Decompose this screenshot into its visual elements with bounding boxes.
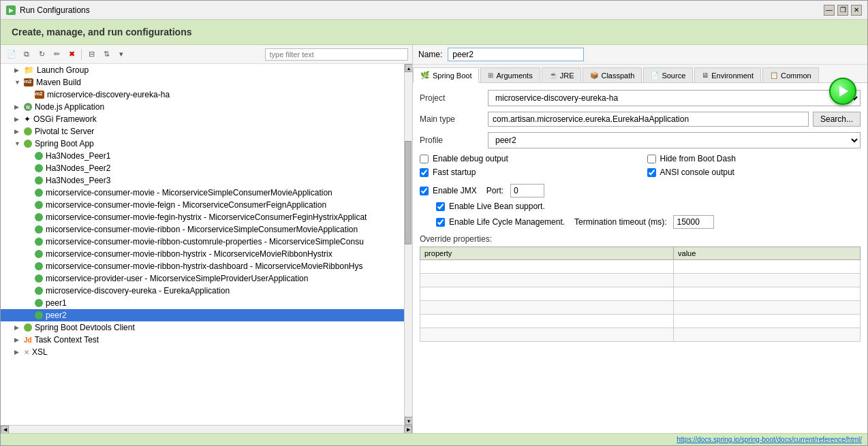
tree-item-consumer-movie-ribbon[interactable]: micorservice-consumer-movie-ribbon - Mic…: [1, 223, 404, 236]
tab-environment[interactable]: 🖥 Environment: [694, 67, 761, 82]
enable-lifecycle-checkbox[interactable]: [436, 218, 445, 227]
collapse-all-button[interactable]: ⊟: [84, 48, 98, 61]
ha3nodes-peer2-label: Ha3Nodes_Peer2: [46, 163, 110, 173]
filter-button[interactable]: ▾: [114, 48, 128, 61]
tree-item-peer2[interactable]: peer2: [1, 309, 404, 321]
left-checkboxes: Enable debug output Fast startup: [420, 154, 634, 181]
tab-jre-label: JRE: [560, 71, 574, 80]
tree-item-spring-boot-devtools[interactable]: ▶ Spring Boot Devtools Client: [1, 321, 404, 334]
tree-item-ha3nodes-peer1[interactable]: Ha3Nodes_Peer1: [1, 150, 404, 162]
new-config-button[interactable]: 📄: [5, 48, 18, 61]
nodejs-label: Node.js Application: [35, 102, 104, 112]
scroll-left-button[interactable]: ◀: [1, 426, 9, 434]
tree-item-spring-boot-app[interactable]: ▼ Spring Boot App: [1, 138, 404, 150]
tree-item-consumer-movie-ribbon-hystrix[interactable]: micorservice-consumer-movie-ribbon-hystr…: [1, 248, 404, 260]
left-panel: 📄 ⧉ ↻ ✏ ✖ ⊟ ⇅ ▾ ▶ 📁 Launc: [1, 45, 413, 433]
value-cell[interactable]: [674, 301, 861, 315]
project-select[interactable]: microservice-discovery-eureka-ha: [488, 90, 861, 106]
right-panel: Name: 🌿 Spring Boot ⊞ Arguments ☕ JRE: [413, 45, 867, 433]
consumer-movie-label: micorservice-consumer-movie - Micorservi…: [46, 188, 332, 197]
filter-input[interactable]: [265, 48, 409, 61]
value-cell[interactable]: [674, 260, 861, 274]
termination-input[interactable]: [673, 215, 714, 229]
tree-item-discovery-eureka[interactable]: microservice-discovery-eureka - EurekaAp…: [1, 285, 404, 297]
expand-icon: ▶: [14, 103, 21, 110]
scroll-right-button[interactable]: ▶: [404, 426, 412, 434]
tree-item-maven-build[interactable]: ▼ m2 Maven Build: [1, 76, 404, 89]
refresh-button[interactable]: ↻: [35, 48, 48, 61]
pivotal-label: Pivotal tc Server: [35, 127, 94, 136]
scroll-up-button[interactable]: ▲: [405, 64, 412, 72]
tree-item-consumer-movie-ribbon-hystrix-dashboard[interactable]: micorservice-consumer-movie-ribbon-hystr…: [1, 260, 404, 272]
spring-icon: [35, 238, 43, 246]
search-button[interactable]: Search...: [813, 112, 861, 127]
maven-item-label: microservice-discovery-eureka-ha: [47, 90, 170, 99]
profile-select[interactable]: peer2: [488, 132, 861, 148]
scroll-thumb[interactable]: [405, 141, 412, 244]
delete-button[interactable]: ✖: [65, 48, 78, 61]
fast-startup-checkbox[interactable]: [420, 168, 429, 177]
minimize-button[interactable]: —: [824, 5, 835, 16]
value-cell[interactable]: [674, 315, 861, 328]
tree-item-consumer-movie-feign[interactable]: micorservice-consumer-movie-feign - Mico…: [1, 199, 404, 211]
sort-button[interactable]: ⇅: [99, 48, 113, 61]
enable-debug-checkbox[interactable]: [420, 155, 429, 163]
pivotal-icon: [24, 127, 32, 136]
main-type-input[interactable]: [488, 112, 809, 127]
tree-item-osgi[interactable]: ▶ ✦ OSGi Framework: [1, 113, 404, 125]
property-cell[interactable]: [420, 328, 674, 342]
property-cell[interactable]: [420, 301, 674, 315]
tree-item-task-context-test[interactable]: ▶ Jd Task Context Test: [1, 334, 404, 346]
spring-icon: [35, 250, 43, 258]
horizontal-scrollbar[interactable]: ◀ ▶: [1, 425, 412, 433]
tree-item-maven-item[interactable]: m2 microservice-discovery-eureka-ha: [1, 89, 404, 101]
tree-item-ha3nodes-peer2[interactable]: Ha3Nodes_Peer2: [1, 162, 404, 174]
property-cell[interactable]: [420, 274, 674, 287]
consumer-movie-ribbon-hystrix-label: micorservice-consumer-movie-ribbon-hystr…: [46, 249, 332, 259]
tab-classpath[interactable]: 📦 Classpath: [583, 67, 642, 82]
value-header: value: [674, 247, 861, 260]
tree-item-xsl[interactable]: ▶ ✕ XSL: [1, 346, 404, 358]
tree-item-ha3nodes-peer3[interactable]: Ha3Nodes_Peer3: [1, 174, 404, 187]
port-input[interactable]: [510, 184, 544, 197]
spring-boot-devtools-label: Spring Boot Devtools Client: [35, 323, 135, 332]
property-cell[interactable]: [420, 315, 674, 328]
name-input[interactable]: [448, 48, 584, 61]
enable-jmx-row: Enable JMX Port:: [420, 184, 861, 197]
tab-spring-boot[interactable]: 🌿 Spring Boot: [413, 67, 479, 83]
left-toolbar: 📄 ⧉ ↻ ✏ ✖ ⊟ ⇅ ▾: [1, 45, 412, 64]
edit-button[interactable]: ✏: [50, 48, 63, 61]
run-button[interactable]: [829, 78, 856, 105]
value-cell[interactable]: [674, 287, 861, 301]
tab-common[interactable]: 📋 Common: [762, 67, 819, 82]
ansi-console-checkbox[interactable]: [647, 168, 656, 177]
spring-icon: [35, 225, 43, 234]
tree-item-launch-group[interactable]: ▶ 📁 Launch Group: [1, 64, 404, 76]
tree-item-consumer-movie-ribbon-customrule[interactable]: micorservice-consumer-movie-ribbon-custo…: [1, 236, 404, 248]
vertical-scrollbar[interactable]: ▲ ▼: [404, 64, 412, 425]
tab-jre[interactable]: ☕ JRE: [542, 67, 582, 82]
property-cell[interactable]: [420, 260, 674, 274]
value-cell[interactable]: [674, 328, 861, 342]
duplicate-button[interactable]: ⧉: [20, 48, 33, 61]
close-button[interactable]: ✕: [851, 5, 862, 16]
classpath-icon: 📦: [590, 71, 598, 79]
enable-live-bean-checkbox[interactable]: [436, 202, 445, 211]
value-cell[interactable]: [674, 274, 861, 287]
tree-item-peer1[interactable]: peer1: [1, 297, 404, 309]
project-row: Project microservice-discovery-eureka-ha: [420, 90, 861, 106]
tab-arguments[interactable]: ⊞ Arguments: [480, 67, 540, 82]
tree-item-consumer-movie[interactable]: micorservice-consumer-movie - Micorservi…: [1, 187, 404, 199]
enable-jmx-checkbox[interactable]: [420, 187, 429, 195]
tree-item-nodejs[interactable]: ▶ N Node.js Application: [1, 101, 404, 113]
scroll-down-button[interactable]: ▼: [405, 417, 412, 425]
tree-item-consumer-movie-feign-hystrix[interactable]: micorservice-consumer-movie-fegin-hystri…: [1, 211, 404, 223]
property-cell[interactable]: [420, 287, 674, 301]
tab-source[interactable]: 📄 Source: [643, 67, 693, 82]
tree-item-pivotal[interactable]: ▶ Pivotal tc Server: [1, 125, 404, 138]
hide-from-boot-checkbox[interactable]: [647, 155, 656, 163]
tree-item-provider-user[interactable]: micorservice-provider-user - Micorservic…: [1, 272, 404, 285]
project-label: Project: [420, 93, 488, 103]
restore-button[interactable]: ❐: [837, 5, 848, 16]
expand-icon: ▼: [14, 79, 21, 86]
